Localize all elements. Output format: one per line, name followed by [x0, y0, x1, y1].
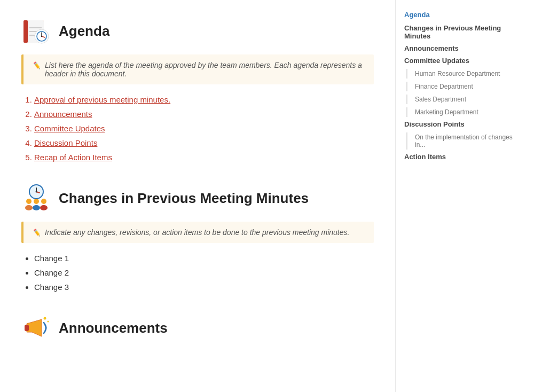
svg-point-17 [40, 205, 48, 210]
main-content: Agenda ✏️ List here the agenda of the me… [0, 0, 395, 392]
announcements-header: Announcements [21, 313, 374, 343]
svg-point-13 [25, 205, 33, 210]
svg-rect-2 [23, 20, 28, 43]
changes-section: Changes in Previous Meeting Minutes ✏️ I… [21, 183, 374, 292]
svg-point-12 [26, 199, 32, 204]
agenda-info-box: ✏️ List here the agenda of the meeting a… [21, 54, 374, 84]
changes-info-text: Indicate any changes, revisions, or acti… [45, 228, 349, 237]
changes-info-box: ✏️ Indicate any changes, revisions, or a… [21, 222, 374, 243]
agenda-title: Agenda [59, 23, 109, 40]
svg-point-11 [41, 36, 42, 37]
agenda-section: Agenda ✏️ List here the agenda of the me… [21, 16, 374, 162]
sidebar-sub-marketing[interactable]: Marketing Department [406, 107, 515, 117]
list-item[interactable]: Discussion Points [34, 138, 374, 147]
sidebar-sub-human-resource[interactable]: Human Resource Department [406, 69, 515, 79]
announcements-title: Announcements [59, 320, 168, 336]
sidebar-sub-discussion-1[interactable]: On the implementation of changes in... [406, 132, 515, 150]
svg-point-16 [41, 199, 46, 204]
list-item[interactable]: Recap of Action Items [34, 153, 374, 162]
agenda-info-text: List here the agenda of the meeting appr… [45, 61, 365, 78]
list-item[interactable]: Announcements [34, 109, 374, 119]
list-item: Change 2 [34, 268, 374, 277]
changes-title: Changes in Previous Meeting Minutes [59, 190, 309, 207]
pencil-icon-2: ✏️ [32, 229, 41, 237]
list-item[interactable]: Committee Updates [34, 124, 374, 133]
sidebar-item-announcements[interactable]: Announcements [404, 44, 515, 52]
list-item[interactable]: Approval of previous meeting minutes. [34, 95, 374, 104]
list-item: Change 1 [34, 254, 374, 263]
svg-point-25 [44, 317, 46, 320]
svg-point-21 [36, 191, 37, 193]
changes-icon [21, 183, 51, 213]
sidebar: Agenda Changes in Previous Meeting Minut… [395, 0, 523, 392]
agenda-icon [21, 16, 51, 46]
changes-header: Changes in Previous Meeting Minutes [21, 183, 374, 213]
svg-point-14 [34, 199, 39, 204]
agenda-ordered-list: Approval of previous meeting minutes. An… [21, 95, 374, 162]
sidebar-agenda-link[interactable]: Agenda [404, 11, 515, 19]
svg-rect-24 [25, 325, 29, 331]
agenda-header: Agenda [21, 16, 374, 46]
svg-point-26 [48, 321, 49, 323]
announcements-section: Announcements [21, 313, 374, 343]
sidebar-item-discussion-points[interactable]: Discussion Points [404, 120, 515, 128]
sidebar-sub-sales[interactable]: Sales Department [406, 95, 515, 104]
svg-marker-23 [27, 319, 42, 336]
svg-point-15 [33, 205, 40, 210]
sidebar-item-action-items[interactable]: Action Items [404, 153, 515, 161]
changes-bullet-list: Change 1 Change 2 Change 3 [21, 254, 374, 292]
sidebar-sub-finance[interactable]: Finance Department [406, 82, 515, 91]
sidebar-item-changes[interactable]: Changes in Previous Meeting Minutes [404, 24, 515, 40]
pencil-icon: ✏️ [32, 61, 41, 69]
sidebar-item-committee-updates[interactable]: Committee Updates [404, 57, 515, 65]
list-item: Change 3 [34, 283, 374, 292]
announcements-icon [21, 313, 51, 343]
